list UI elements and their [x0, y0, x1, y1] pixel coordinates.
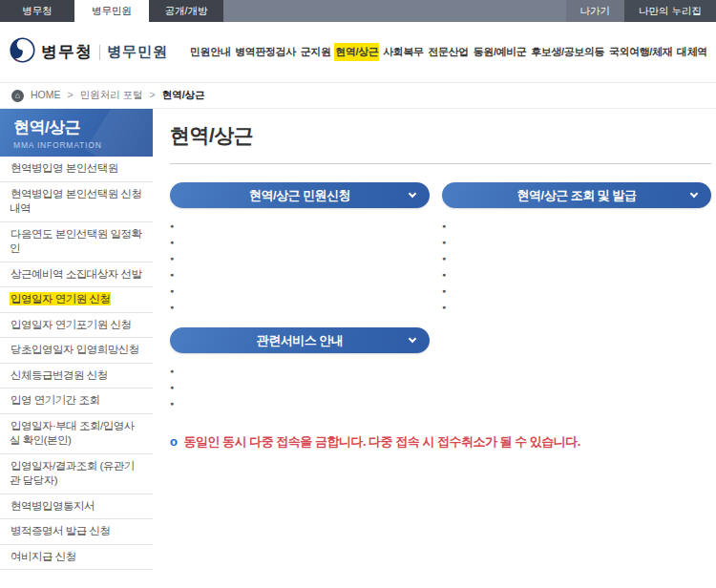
- breadcrumb-list: HOME>민원처리 포털>현역/상근: [31, 89, 205, 102]
- page-title: 현역/상근: [170, 122, 711, 164]
- nav-item[interactable]: 후보생/공보의등: [530, 43, 605, 61]
- lookup-panel-list: ●●●●●●: [442, 219, 711, 310]
- bullet-icon: ●: [442, 219, 454, 229]
- sidebar-item-label: 입영일자 연기포기원 신청: [10, 318, 132, 331]
- sidebar: 현역/상근 MMA INFORMATION 현역병입영 본인선택원현역병입영 본…: [0, 109, 153, 570]
- sidebar-item[interactable]: 입영일자·부대 조회/입영사실 확인(본인): [0, 414, 153, 454]
- top-actions: 나가기나만의 누리집: [566, 0, 716, 22]
- list-item: ●: [442, 284, 711, 294]
- sidebar-item[interactable]: 입영일자 연기원 신청: [0, 287, 153, 313]
- top-tab-active[interactable]: 병무민원: [74, 0, 149, 22]
- home-icon[interactable]: ⌂: [11, 90, 24, 102]
- apply-panel-header[interactable]: 현역/상근 민원신청: [170, 182, 430, 208]
- list-item: ●: [170, 396, 430, 407]
- top-tab-item[interactable]: 공개/개방: [149, 0, 223, 22]
- nav-item[interactable]: 현역/상근: [334, 43, 379, 61]
- apply-panel-list: ●●●●●●: [170, 219, 430, 310]
- nav-item[interactable]: 사회복무: [382, 43, 424, 61]
- site-header: 병무청 병무민원 민원안내병역판정검사군지원현역/상근사회복무전문산업동원/예비…: [0, 22, 716, 83]
- left-column: 현역/상근 민원신청 ●●●●●● 관련서비스 안내 ●●●: [170, 182, 430, 412]
- sidebar-item-label: 현역병입영 본인선택원: [10, 161, 119, 175]
- list-item: ●: [442, 235, 711, 245]
- sidebar-item[interactable]: 입영일자 연기포기원 신청: [0, 313, 153, 339]
- nav-item[interactable]: 민원안내: [189, 43, 231, 61]
- list-item: ●: [170, 219, 430, 229]
- top-tabs: 병무청병무민원공개/개방: [0, 0, 223, 22]
- nav-item[interactable]: 병역판정검사: [234, 43, 297, 61]
- bullet-icon: ●: [170, 396, 182, 407]
- chevron-down-icon: [409, 190, 416, 198]
- list-item: ●: [442, 267, 711, 278]
- top-action-button[interactable]: 나가기: [566, 0, 625, 22]
- services-panel-header[interactable]: 관련서비스 안내: [170, 327, 430, 353]
- taegeuk-logo-icon: [10, 37, 35, 67]
- breadcrumb-item[interactable]: HOME: [31, 89, 61, 100]
- bullet-icon: ●: [170, 251, 182, 262]
- sidebar-item-label: 현역병입영 본인선택원 신청내역: [10, 187, 141, 216]
- list-item: ●: [170, 284, 430, 294]
- bullet-icon: ●: [170, 284, 182, 294]
- sidebar-item[interactable]: 신체등급변경원 신청: [0, 364, 153, 389]
- list-item: ●: [170, 267, 430, 278]
- sidebar-item[interactable]: 여비지급 신청: [0, 545, 153, 571]
- right-column: 현역/상근 조회 및 발급 ●●●●●●: [442, 182, 711, 412]
- nav-item[interactable]: 동원/예비군: [473, 43, 528, 61]
- sidebar-item[interactable]: 당초입영일자 입영희망신청: [0, 338, 153, 364]
- bullet-icon: ●: [170, 267, 182, 278]
- lookup-panel-title: 현역/상근 조회 및 발급: [517, 187, 637, 204]
- bullet-icon: ●: [170, 380, 182, 390]
- sidebar-item-label: 신체등급변경원 신청: [10, 368, 109, 382]
- sidebar-item-label: 병적증명서 발급 신청: [10, 524, 111, 537]
- sidebar-subtitle: MMA INFORMATION: [13, 140, 153, 150]
- sidebar-item-label: 여비지급 신청: [10, 550, 77, 563]
- top-action-button[interactable]: 나만의 누리집: [624, 0, 716, 22]
- multi-access-notice: o동일인 동시 다중 접속을 금합니다. 다중 접속 시 접수취소가 될 수 있…: [170, 433, 711, 451]
- list-item: ●: [170, 364, 430, 374]
- bullet-icon: ●: [170, 364, 182, 374]
- sidebar-item[interactable]: 현역병입영 본인선택원: [0, 157, 153, 182]
- nav-item[interactable]: 국외여행/체재: [608, 43, 673, 61]
- chevron-down-icon: [409, 335, 416, 343]
- sidebar-item-label: 입영 연기기간 조회: [10, 393, 100, 407]
- sidebar-item[interactable]: 다음연도 본인선택원 일정확인: [0, 222, 153, 262]
- breadcrumb-item: 현역/상근: [162, 89, 205, 100]
- sidebar-item[interactable]: 현역병입영 본인선택원 신청내역: [0, 182, 153, 222]
- sidebar-item-label: 다음연도 본인선택원 일정확인: [10, 227, 141, 256]
- sidebar-item[interactable]: 입영 연기기간 조회: [0, 388, 153, 414]
- sidebar-item-label: 상근예비역 소집대상자 선발: [10, 267, 142, 281]
- topbar-spacer: [223, 0, 566, 22]
- list-item: ●: [170, 251, 430, 262]
- top-tab-item[interactable]: 병무청: [0, 0, 74, 22]
- bullet-icon: ●: [442, 284, 454, 294]
- sidebar-menu: 현역병입영 본인선택원현역병입영 본인선택원 신청내역다음연도 본인선택원 일정…: [0, 157, 153, 570]
- nav-item[interactable]: 군지원: [300, 43, 332, 61]
- services-panel-title: 관련서비스 안내: [257, 332, 344, 349]
- breadcrumb: ⌂ HOME>민원처리 포털>현역/상근: [0, 83, 716, 109]
- bullet-icon: ●: [170, 300, 182, 310]
- sidebar-item[interactable]: 상근예비역 소집대상자 선발: [0, 262, 153, 288]
- sidebar-item-label: 입영일자 연기원 신청: [10, 292, 111, 305]
- list-item: ●: [170, 380, 430, 390]
- nav-item[interactable]: 대체역: [676, 43, 708, 61]
- mma-logo[interactable]: 병무청 병무민원: [10, 37, 168, 67]
- logo-title: 병무청: [41, 41, 93, 63]
- services-panel-list: ●●●: [170, 364, 430, 407]
- list-item: ●: [442, 251, 711, 262]
- sidebar-item[interactable]: 병적증명서 발급 신청: [0, 519, 153, 545]
- breadcrumb-item[interactable]: 민원처리 포털: [80, 89, 143, 100]
- list-item: ●: [170, 235, 430, 245]
- logo-subtitle: 병무민원: [107, 43, 168, 61]
- sidebar-item-label: 입영일자/결과조회 (유관기관 담당자): [10, 459, 135, 488]
- chevron-down-icon: [690, 190, 698, 198]
- breadcrumb-separator: >: [68, 89, 74, 100]
- sidebar-item[interactable]: 현역병입영통지서: [0, 494, 153, 520]
- list-item: ●: [170, 300, 430, 310]
- bullet-icon: ●: [442, 235, 454, 245]
- sidebar-item-label: 입영일자·부대 조회/입영사실 확인(본인): [10, 419, 135, 448]
- bullet-icon: ●: [442, 251, 454, 262]
- nav-item[interactable]: 전문산업: [428, 43, 470, 61]
- top-utility-bar: 병무청병무민원공개/개방 나가기나만의 누리집: [0, 0, 716, 22]
- sidebar-item[interactable]: 입영일자/결과조회 (유관기관 담당자): [0, 454, 153, 494]
- bullet-icon: ●: [170, 235, 182, 245]
- lookup-panel-header[interactable]: 현역/상근 조회 및 발급: [442, 182, 711, 208]
